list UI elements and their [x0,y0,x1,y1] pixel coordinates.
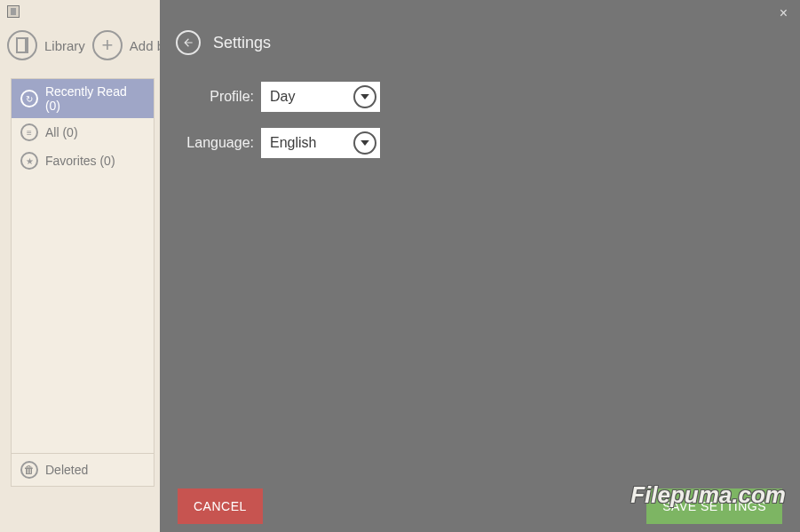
settings-form: Profile: Day Language: English [185,82,380,174]
profile-row: Profile: Day [185,82,380,112]
language-select[interactable]: English [261,128,380,158]
sidebar-item-all[interactable]: ≡ All (0) [12,118,154,147]
settings-modal: × Settings Profile: Day Language: Englis… [160,0,800,532]
sidebar-item-favorites[interactable]: ★ Favorites (0) [12,147,154,175]
chevron-down-icon [353,85,376,108]
list-icon: ≡ [20,123,38,141]
library-button[interactable]: Library [7,30,85,60]
sidebar-item-label: Deleted [45,463,88,477]
arrow-left-icon [182,36,194,49]
back-button[interactable] [176,30,201,55]
book-icon [7,30,37,60]
sidebar-item-label: Recently Read (0) [45,84,145,113]
settings-title: Settings [213,34,271,52]
profile-label: Profile: [185,89,254,105]
chevron-down-icon [353,131,376,155]
library-sidebar: ↻ Recently Read (0) ≡ All (0) ★ Favorite… [11,78,154,487]
language-row: Language: English [185,128,380,158]
main-toolbar: Library + Add bo [7,30,171,60]
sidebar-item-deleted[interactable]: 🗑 Deleted [12,453,154,486]
trash-icon: 🗑 [20,461,38,479]
sidebar-item-label: Favorites (0) [45,154,115,168]
library-label: Library [44,38,85,53]
plus-icon: + [92,30,123,60]
profile-select[interactable]: Day [261,82,380,112]
star-icon: ★ [20,152,38,170]
recent-icon: ↻ [20,90,38,107]
save-settings-button[interactable]: SAVE SETTINGS [646,488,782,524]
profile-value: Day [270,89,295,105]
cancel-button[interactable]: CANCEL [178,488,263,524]
settings-footer: CANCEL SAVE SETTINGS [160,480,800,532]
language-label: Language: [185,135,254,151]
language-value: English [270,135,316,151]
close-button[interactable]: × [780,5,788,21]
app-window-icon [7,5,20,18]
settings-header: Settings [176,30,271,55]
sidebar-item-recently-read[interactable]: ↻ Recently Read (0) [12,79,154,118]
sidebar-item-label: All (0) [45,125,78,139]
